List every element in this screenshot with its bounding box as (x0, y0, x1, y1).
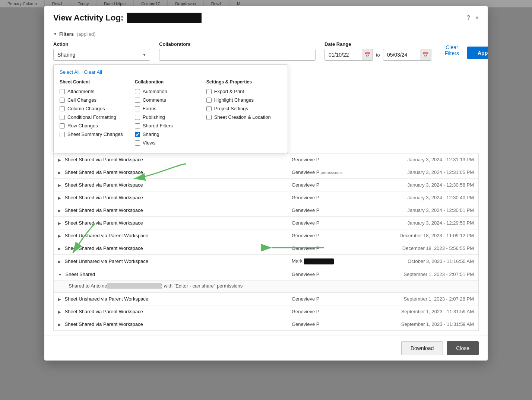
modal-dialog: View Activity Log: ? × ▼ Filters (applie… (44, 6, 488, 361)
checkbox-sheet-creation-label: Sheet Creation & Location (214, 114, 271, 120)
expand-icon[interactable]: ▼ (58, 273, 62, 277)
filters-label: Filters (59, 31, 74, 37)
row-action: ▶ Sheet Shared via Parent Workspace (54, 204, 287, 217)
checkbox-highlight-changes-input[interactable] (206, 98, 212, 103)
settings-column: Settings & Properties Export & Print Hig… (206, 79, 271, 147)
modal-title: View Activity Log: (53, 13, 202, 23)
action-select[interactable]: Sharing (53, 49, 150, 61)
apply-button[interactable]: Apply (467, 47, 488, 59)
checkbox-sharing[interactable]: Sharing (135, 130, 194, 138)
checkbox-automation-input[interactable] (135, 89, 140, 94)
checkbox-highlight-changes[interactable]: Highlight Changes (206, 96, 271, 104)
date-separator: to (376, 52, 380, 58)
date-to-calendar-button[interactable]: 📅 (420, 49, 431, 61)
expand-icon[interactable]: ▶ (58, 234, 61, 238)
sheet-content-column: Sheet Content Attachments Cell Changes C… (60, 79, 123, 147)
checkbox-sheet-summary-changes-input[interactable] (60, 132, 65, 137)
checkbox-attachments-input[interactable] (60, 89, 65, 94)
dropdown-select-all-row: Select All Clear All (60, 69, 282, 75)
table-row: ▶ Sheet Shared via Parent Workspace Gene… (54, 204, 478, 217)
checkbox-sharing-input[interactable] (135, 132, 140, 137)
help-icon[interactable]: ? (467, 15, 470, 21)
checkbox-shared-filters[interactable]: Shared Filters (135, 122, 194, 130)
collaboration-column: Collaboration Automation Comments Forms (135, 79, 194, 147)
table-row: ▶ Sheet Shared via Parent Workspace Gene… (54, 191, 478, 204)
checkbox-forms[interactable]: Forms (135, 105, 194, 112)
close-button[interactable]: Close (447, 341, 479, 355)
expand-icon[interactable]: ▶ (58, 196, 61, 200)
expand-icon[interactable]: ▶ (58, 260, 61, 264)
activity-table-body: ▶ Sheet Shared via Parent Workspace Gene… (54, 153, 478, 330)
row-collaborator: Genevieve P (287, 204, 381, 217)
row-collaborator: Genevieve P (287, 268, 381, 280)
checkbox-attachments[interactable]: Attachments (60, 88, 123, 95)
checkbox-comments-input[interactable] (135, 98, 140, 103)
table-row: ▶ Sheet Shared via Parent Workspace Gene… (54, 179, 478, 191)
checkbox-automation[interactable]: Automation (135, 88, 194, 95)
date-range-label: Date Range (324, 41, 431, 47)
checkbox-publishing-input[interactable] (135, 115, 140, 120)
checkbox-conditional-formatting-input[interactable] (60, 115, 65, 120)
filters-toggle[interactable]: ▼ Filters (53, 31, 74, 37)
date-from-calendar-button[interactable]: 📅 (362, 49, 373, 61)
expand-icon[interactable]: ▶ (58, 323, 61, 327)
checkbox-conditional-formatting[interactable]: Conditional Formatting (60, 113, 123, 121)
row-action: ▶ Sheet Shared via Parent Workspace (54, 179, 287, 191)
expand-icon[interactable]: ▶ (58, 221, 61, 225)
checkbox-export-print[interactable]: Export & Print (206, 88, 271, 95)
expand-icon[interactable]: ▶ (58, 310, 61, 314)
expand-icon[interactable]: ▶ (58, 247, 61, 251)
checkbox-row-changes-input[interactable] (60, 123, 65, 128)
checkbox-row-changes-label: Row Changes (67, 123, 98, 128)
checkbox-export-print-input[interactable] (206, 89, 212, 94)
checkbox-comments[interactable]: Comments (135, 96, 194, 104)
row-action: ▶ Sheet Shared via Parent Workspace (54, 153, 287, 166)
checkbox-comments-label: Comments (143, 97, 166, 103)
expand-icon[interactable]: ▶ (58, 209, 61, 213)
modal-title-text: View Activity Log: (53, 13, 123, 23)
checkbox-shared-filters-input[interactable] (135, 123, 140, 128)
checkbox-row-changes[interactable]: Row Changes (60, 122, 123, 130)
row-date: January 3, 2024 - 12:29:50 PM (381, 217, 478, 229)
checkbox-views[interactable]: Views (135, 139, 194, 147)
close-icon[interactable]: × (475, 15, 479, 21)
row-collaborator: Mark (287, 255, 381, 268)
row-date: September 1, 2023 - 11:31:59 AM (381, 305, 478, 318)
sheet-content-header: Sheet Content (60, 79, 123, 85)
checkbox-column-changes[interactable]: Column Changes (60, 105, 123, 112)
row-date: September 1, 2023 - 2:07:28 PM (381, 292, 478, 305)
collaborators-input[interactable] (159, 49, 316, 61)
download-button[interactable]: Download (401, 341, 443, 355)
checkbox-views-input[interactable] (135, 140, 140, 146)
row-date: September 1, 2023 - 2:07:51 PM (381, 268, 478, 280)
filters-applied-text: (applied) (77, 31, 96, 37)
row-date: December 18, 2023 - 11:09:12 PM (381, 229, 478, 242)
checkbox-shared-filters-label: Shared Filters (143, 123, 173, 128)
select-all-button[interactable]: Select All (60, 69, 79, 75)
table-row: ▶ Sheet Unshared via Parent Workspace Ma… (54, 255, 478, 268)
checkbox-sheet-summary-changes[interactable]: Sheet Summary Changes (60, 130, 123, 138)
checkbox-project-settings[interactable]: Project Settings (206, 105, 271, 112)
expand-icon[interactable]: ▶ (58, 297, 61, 301)
checkbox-project-settings-input[interactable] (206, 106, 212, 111)
checkbox-publishing[interactable]: Publishing (135, 113, 194, 121)
checkbox-cell-changes[interactable]: Cell Changes (60, 96, 123, 104)
settings-header: Settings & Properties (206, 79, 271, 85)
clear-all-button[interactable]: Clear All (84, 69, 102, 75)
action-select-wrapper: Sharing ▼ (53, 49, 150, 61)
expand-icon[interactable]: ▶ (58, 158, 61, 162)
checkbox-sheet-creation[interactable]: Sheet Creation & Location (206, 113, 271, 121)
filters-triangle-icon: ▼ (53, 32, 57, 36)
expand-icon[interactable]: ▶ (58, 171, 61, 175)
checkbox-sheet-creation-input[interactable] (206, 115, 212, 120)
checkbox-conditional-formatting-label: Conditional Formatting (67, 114, 116, 120)
checkbox-forms-input[interactable] (135, 106, 140, 111)
expand-icon[interactable]: ▶ (58, 183, 61, 187)
checkbox-cell-changes-input[interactable] (60, 98, 65, 103)
checkbox-column-changes-input[interactable] (60, 106, 65, 111)
clear-filters-button[interactable]: Clear Filters (440, 41, 463, 59)
row-action: ▶ Sheet Unshared via Parent Workspace (54, 255, 287, 268)
date-range-inputs: 📅 to 📅 (324, 49, 431, 61)
checkbox-cell-changes-label: Cell Changes (67, 97, 96, 103)
row-collaborator: Genevieve P (287, 242, 381, 255)
